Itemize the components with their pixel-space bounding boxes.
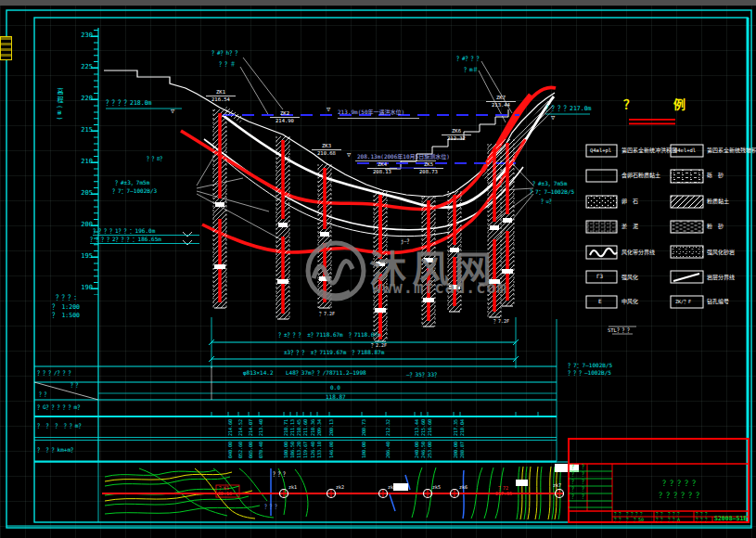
chainage-value: 052.60 — [238, 442, 243, 458]
legend-label: 粉质黏土 — [707, 199, 729, 204]
scour-line-1-label: ？？？？1？？：196.0m — [93, 228, 155, 234]
titleblock-cell: ？？ ？？A — [656, 518, 680, 522]
chainage-value: 126.40 — [311, 442, 315, 458]
chainage-value: 246.50 — [421, 442, 426, 458]
legend-sym-zk: ZK/？F — [675, 300, 691, 304]
legend-label: 第四系全新统残坡积层 — [707, 147, 756, 153]
elev-value: 217.35 — [454, 419, 458, 436]
borehole-zk3 — [318, 164, 331, 308]
legend-label: 淤 泥 — [621, 224, 638, 229]
borehole-depth-note: ？7.2F — [493, 319, 509, 324]
plan-station-1b: 2D.16 — [218, 492, 232, 496]
axis-tick: 220 — [74, 96, 93, 102]
legend-sym-e: E — [598, 299, 602, 304]
top-left-label-2: ？？＃ — [219, 61, 236, 67]
table-rowC-label: ？G？？？？？m？ — [37, 404, 83, 410]
elev-value: 210.45 — [297, 419, 301, 436]
drawing-number: S2008—51E — [714, 516, 747, 522]
legend-title-underline — [629, 119, 675, 124]
water-mark-icon: ▽ — [327, 107, 330, 113]
elev-value: 218.04 — [460, 419, 465, 436]
legend-note-2: ？7：7—1002B/5 — [568, 363, 612, 368]
legend-title: ？ 例 — [623, 98, 698, 110]
legend-label: 砾 砂 — [707, 173, 724, 178]
pile-spec-1: φ813×14.2 — [243, 370, 274, 376]
legend-label: 含卵石粉质黏土 — [621, 173, 660, 178]
titleblock-cell: ？？ ？ ？50 — [614, 518, 644, 522]
borehole-label: ZK3210.68 — [312, 143, 341, 156]
borehole-label: ZK1216.54 — [206, 89, 236, 102]
chainage-value: 253.00 — [428, 442, 432, 458]
chainage-value: 280.00 — [454, 442, 458, 458]
axis-tick: 215 — [74, 127, 93, 134]
dimension-lines — [209, 317, 519, 368]
plan-zk-label: zk6 — [459, 485, 468, 490]
axis-unit-label: 高程(m) — [56, 88, 62, 122]
cad-sheet: 230 225 220 215 210 205 200 195 190 高程(m… — [0, 0, 756, 538]
observed-level-label: 208.13m(2006年10月5日施测水位) — [357, 154, 450, 160]
borehole-depth-note: ？2.2F — [371, 343, 387, 348]
length-value: 118.87 — [326, 394, 346, 400]
water-mark-icon: ▽ — [551, 115, 555, 122]
pile-right-label-1: ？#±3，7m5m — [532, 181, 567, 186]
elev-value: 209.34 — [317, 419, 322, 436]
legend-label: 钻孔编号 — [707, 299, 729, 304]
legend-label: 强风化砂岩 — [707, 250, 735, 255]
water-mark-icon: ▽ — [347, 152, 351, 159]
water-levels — [223, 115, 519, 168]
legend-note-3: ？？？—1002B/5 — [568, 370, 611, 376]
axis-tick: 225 — [74, 64, 93, 70]
axis-tick: 195 — [74, 253, 93, 260]
chainage-value: 106.50 — [290, 442, 295, 458]
chainage-value: 240.00 — [415, 442, 419, 458]
elev-value: 211.60 — [303, 419, 308, 436]
axis-tick: 200 — [74, 222, 93, 228]
legend-label: 岩层分界线 — [707, 275, 735, 280]
plan-note-blue: ？？？ — [264, 505, 280, 510]
watermark-url: www.mfcad.com — [372, 278, 507, 297]
plan-station-2b: 217.35 — [495, 492, 512, 496]
legend-note-1: STL？？？ — [608, 328, 632, 334]
legend-sym-q4alpl: Q4al+pl — [590, 148, 611, 154]
elev-value: 215.60 — [421, 419, 426, 436]
scour-line-2-label: ？？？？2？？？：186.65m — [90, 237, 161, 242]
titleblock-row: ？ ？ — [571, 494, 587, 500]
profile-table-rules — [34, 319, 557, 462]
elev-value: 213.40 — [259, 419, 263, 436]
axis-tick: 205 — [74, 190, 93, 197]
pile-small-note: ？u？ — [541, 199, 554, 205]
plan-zk-label: zk7 — [553, 483, 561, 488]
span-dimension-1: ？±？？？ ±？7118.67m ？7118.67m — [278, 332, 381, 338]
layer-icon — [0, 36, 12, 60]
elev-value: 216.60 — [428, 419, 432, 436]
borehole-label: ZK4208.13 — [367, 161, 397, 174]
top-right-label-2: ？m＃ — [464, 67, 479, 72]
slope-small-note: ？？8？ — [147, 157, 165, 162]
axis-tick: 190 — [74, 285, 93, 291]
chainage-value: 133.10 — [317, 442, 322, 458]
elev-value: 214.07 — [249, 419, 253, 436]
elev-value: 214.60 — [228, 419, 233, 436]
top-left-label-1: ？#？h？？ — [211, 50, 240, 56]
legend-label: 中风化 — [621, 299, 638, 304]
chainage-value: 119.67 — [303, 442, 308, 458]
plan-label-patch — [516, 480, 528, 486]
chainage-value: 146.80 — [329, 442, 334, 458]
borehole-zk2 — [276, 136, 289, 319]
titleblock-cell: ？？？ — [696, 518, 710, 522]
borehole-depth-note: ？7.2F — [319, 312, 335, 316]
legend-label: 风化带分界线 — [621, 250, 655, 255]
normal-water-left-label: ？？？？218.0m — [106, 100, 151, 107]
window-top-strip — [0, 0, 756, 6]
elev-value: 210.36 — [311, 419, 315, 436]
pile-spec-3: —？35？33？ — [406, 372, 440, 378]
chainage-value: 065.00 — [249, 442, 253, 458]
chainage-value: 100.00 — [284, 442, 288, 458]
chainage-value: 180.00 — [362, 442, 366, 458]
diag-cell-bottom: ？？ — [39, 392, 49, 398]
titleblock-row: ？ ？ — [571, 465, 587, 470]
borehole-label: ZK2214.90 — [270, 110, 300, 123]
chainage-value: 078.40 — [259, 442, 263, 458]
legend-label: 强风化 — [621, 275, 638, 280]
elevation-axis — [95, 28, 98, 461]
